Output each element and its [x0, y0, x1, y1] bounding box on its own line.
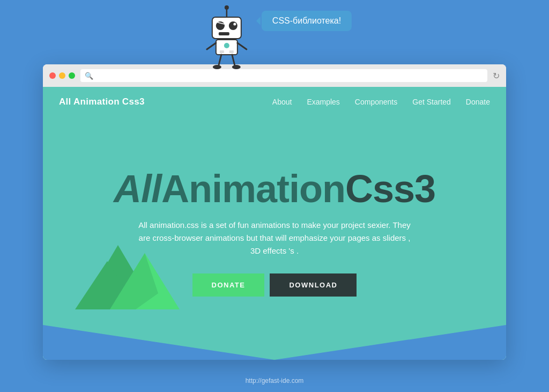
- hero-section: AllAnimationCss3 All animation.css is a …: [43, 117, 506, 360]
- wave-left: [43, 290, 274, 360]
- minimize-button[interactable]: [59, 72, 65, 79]
- nav-link-examples[interactable]: Examples: [307, 98, 339, 106]
- website-content: All Animation Css3 About Examples Compon…: [43, 87, 506, 360]
- address-bar[interactable]: 🔍: [80, 69, 487, 82]
- nav-brand: All Animation Css3: [59, 97, 145, 107]
- nav-link-about[interactable]: About: [272, 98, 292, 106]
- svg-point-4: [229, 21, 238, 30]
- svg-point-18: [232, 65, 241, 69]
- svg-rect-8: [219, 32, 229, 35]
- window-controls: [49, 72, 75, 79]
- footer-url: http://gefast-ide.com: [246, 377, 304, 384]
- robot-mascot: [197, 5, 256, 70]
- refresh-icon[interactable]: ↻: [493, 71, 500, 81]
- nav-link-donate[interactable]: Donate: [466, 98, 490, 106]
- title-css3: Css3: [345, 167, 435, 210]
- browser-window: 🔍 ↻ All Animation Css3 About Examples Co…: [43, 64, 506, 360]
- nav-link-components[interactable]: Components: [355, 98, 397, 106]
- svg-point-1: [225, 5, 229, 10]
- speech-bubble-text: CSS-библиотека!: [272, 16, 341, 25]
- wave-right: [274, 290, 506, 360]
- svg-point-10: [224, 43, 229, 48]
- title-all: All: [114, 167, 161, 210]
- mascot-area: CSS-библиотека!: [197, 0, 352, 70]
- navigation: All Animation Css3 About Examples Compon…: [43, 87, 506, 117]
- hero-title: AllAnimationCss3: [114, 169, 435, 208]
- wave-decoration: [43, 290, 506, 360]
- title-animation: Animation: [161, 167, 345, 210]
- svg-line-14: [238, 43, 247, 49]
- svg-rect-12: [229, 50, 234, 53]
- svg-point-17: [213, 65, 221, 69]
- nav-links: About Examples Components Get Started Do…: [272, 98, 490, 106]
- nav-link-get-started[interactable]: Get Started: [412, 98, 451, 106]
- svg-point-7: [233, 23, 236, 26]
- close-button[interactable]: [49, 72, 56, 79]
- maximize-button[interactable]: [69, 72, 75, 79]
- svg-line-13: [207, 43, 216, 49]
- search-icon: 🔍: [85, 72, 93, 80]
- svg-rect-11: [220, 50, 224, 53]
- speech-bubble: CSS-библиотека!: [262, 11, 352, 31]
- svg-line-16: [232, 55, 235, 65]
- svg-line-15: [219, 55, 221, 65]
